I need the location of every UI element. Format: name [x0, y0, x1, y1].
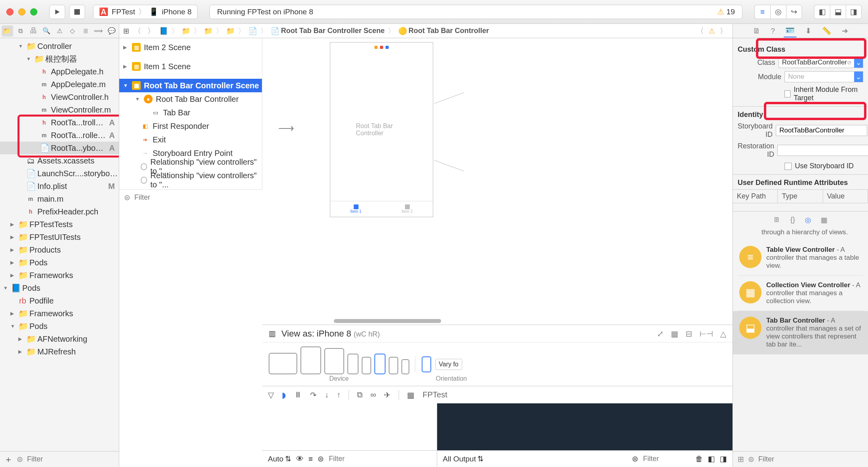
size-inspector-tab[interactable]: 📏 [820, 25, 833, 37]
outline-exit[interactable]: ➔Exit [119, 133, 262, 146]
hide-debug-icon[interactable]: ▽ [268, 390, 274, 400]
zoom-window[interactable] [30, 8, 37, 16]
col-value[interactable]: Value [823, 190, 868, 203]
identity-inspector-tab[interactable]: 🪪 [784, 24, 796, 37]
filter-input[interactable] [27, 455, 119, 463]
device-ipad-large-p[interactable] [300, 346, 321, 374]
outline-controller[interactable]: ▼●Root Tab Bar Controller [119, 92, 262, 106]
close-window[interactable] [6, 8, 14, 16]
class-select[interactable]: RootTabBarController ⊘ ⌄ [779, 57, 863, 68]
device-iphone-8-selected[interactable] [374, 354, 386, 374]
tree-file[interactable]: mViewController.m [0, 103, 119, 116]
memory-graph-icon[interactable]: ∞ [370, 390, 376, 399]
scene-dock[interactable] [330, 43, 433, 52]
tree-group[interactable]: ▶📁Pods [0, 256, 119, 269]
library-item[interactable]: ▦ Collection View Controller - A control… [738, 276, 863, 311]
scheme-selector[interactable]: 🅰️ FPTest 〉 📱 iPhone 8 [93, 5, 198, 19]
minimize-window[interactable] [18, 8, 25, 16]
help-inspector-tab[interactable]: ? [769, 25, 777, 37]
zoom-fit-icon[interactable]: ⤢ [657, 329, 664, 339]
console-filter-input[interactable] [643, 455, 691, 463]
attributes-inspector-tab[interactable]: ⬇ [804, 25, 813, 37]
outline-toggle-icon[interactable]: ▥ [269, 329, 276, 338]
ib-canvas[interactable]: ⟶ Root Tab Bar Controller Item 1 Item 2 [262, 38, 732, 325]
outline-filter-input[interactable] [134, 193, 258, 202]
tree-group[interactable]: ▶📁Frameworks [0, 269, 119, 282]
file-inspector-tab[interactable]: 🗎 [751, 25, 762, 37]
toggle-navigator[interactable]: ◧ [814, 5, 830, 19]
view-as-title[interactable]: View as: iPhone 8 (wC hR) [281, 329, 380, 339]
tree-project-pods[interactable]: ▼📘Pods [0, 282, 119, 294]
add-button[interactable]: ＋ [4, 453, 13, 465]
tree-group-root[interactable]: ▼📁根控制器 [0, 53, 119, 65]
tree-group[interactable]: ▶📁FPTestUITests [0, 231, 119, 243]
step-into-icon[interactable]: ↓ [325, 390, 329, 399]
project-navigator-tab[interactable]: 📁 [2, 25, 13, 37]
outline-scene-selected[interactable]: ▼▦Root Tab Bar Controller Scene [119, 79, 262, 92]
device-ipad[interactable] [324, 348, 344, 374]
align-icon[interactable]: ⊟ [686, 329, 692, 339]
document-outline[interactable]: ▶▦Item 2 Scene ▶▦Item 1 Scene ▼▦Root Tab… [119, 38, 262, 189]
toggle-inspector[interactable]: ◨ [846, 5, 862, 19]
library-item-selected[interactable]: ⬓ Tab Bar Controller - A controller that… [733, 311, 868, 354]
tree-group[interactable]: ▶📁Frameworks [0, 307, 119, 320]
pin-icon[interactable]: ⊢⊣ [699, 329, 713, 339]
tree-file[interactable]: hViewController.h [0, 91, 119, 103]
col-keypath[interactable]: Key Path [733, 190, 778, 203]
variables-filter-input[interactable] [329, 455, 431, 463]
debug-target[interactable]: FPTest [422, 390, 447, 399]
warning-badge[interactable]: ⚠ 19 [717, 7, 735, 16]
embed-icon[interactable]: ▦ [671, 329, 678, 339]
assistant-editor[interactable]: ◎ [770, 5, 786, 19]
step-over-icon[interactable]: ↷ [310, 390, 317, 400]
col-type[interactable]: Type [778, 190, 823, 203]
outline-first-responder[interactable]: ◧First Responder [119, 119, 262, 133]
version-editor[interactable]: ↪ [786, 5, 802, 19]
module-select[interactable]: None ⌄ [785, 71, 863, 82]
console-output[interactable] [437, 403, 732, 450]
standard-editor[interactable]: ≡ [754, 5, 770, 19]
related-items-icon[interactable]: ⊞ [123, 27, 129, 35]
tree-file[interactable]: 📄LaunchScr....storyboard [0, 167, 119, 180]
outline-relationship[interactable]: Relationship "view controllers" to "... [119, 173, 262, 187]
restoration-id-input[interactable] [777, 145, 868, 156]
auto-select[interactable]: Auto ⇅ [268, 454, 291, 463]
trash-icon[interactable]: 🗑 [696, 455, 703, 463]
library-filter-input[interactable] [758, 455, 863, 463]
project-tree[interactable]: ▼📁Controller ▼📁根控制器 hAppDelegate.h mAppD… [0, 38, 119, 451]
breakpoints-toggle[interactable]: ◗ [282, 390, 286, 400]
tree-file[interactable]: hPrefixHeader.pch [0, 205, 119, 218]
tree-group-controller[interactable]: ▼📁Controller [0, 40, 119, 53]
tree-file[interactable]: hAppDelegate.h [0, 65, 119, 78]
resolve-icon[interactable]: △ [720, 329, 726, 339]
split-left-icon[interactable]: ◧ [708, 454, 715, 463]
tree-group[interactable]: ▶📁Products [0, 243, 119, 256]
pause-icon[interactable]: ⏸ [294, 390, 302, 399]
issue-tab[interactable]: ⚠ [54, 25, 65, 37]
report-tab[interactable]: 💬 [106, 25, 117, 37]
tree-file[interactable]: 🗂Assets.xcassets [0, 154, 119, 167]
library-item[interactable]: ≡ Table View Controller - A controller t… [738, 240, 863, 276]
debug-tab[interactable]: ≣ [80, 25, 91, 37]
canvas-controller[interactable]: Root Tab Bar Controller Item 1 Item 2 [330, 42, 433, 217]
stop-button[interactable] [69, 5, 85, 19]
toggle-debug-area[interactable]: ⬓ [830, 5, 846, 19]
console-output-select[interactable]: All Output ⇅ [443, 454, 484, 463]
tree-file[interactable]: 📄Info.plistM [0, 180, 119, 193]
media-library-tab[interactable]: ▦ [821, 216, 827, 224]
tree-file[interactable]: mAppDelegate.m [0, 78, 119, 91]
next-issue[interactable]: 〉 [718, 26, 728, 36]
step-out-icon[interactable]: ↑ [337, 390, 341, 399]
test-tab[interactable]: ◇ [67, 25, 78, 37]
symbol-tab[interactable]: 品 [28, 25, 39, 37]
outline-tabbar[interactable]: ▭Tab Bar [119, 106, 262, 119]
forward-button[interactable]: 〉 [146, 26, 156, 36]
grid-icon[interactable]: ⊞ [738, 455, 744, 464]
outline-scene[interactable]: ▶▦Item 1 Scene [119, 60, 262, 73]
device-iphone-plus[interactable] [347, 354, 358, 374]
view-hierarchy-icon[interactable]: ⧉ [357, 390, 362, 399]
split-right-icon[interactable]: ◨ [720, 454, 727, 463]
jump-bar[interactable]: ⊞ 〈 〉 📘〉 📁〉 📁〉 📁〉 📄〉 📄 Root Tab Bar Cont… [119, 24, 732, 38]
run-button[interactable] [49, 5, 65, 19]
object-library-tab[interactable]: ◎ [805, 216, 811, 224]
